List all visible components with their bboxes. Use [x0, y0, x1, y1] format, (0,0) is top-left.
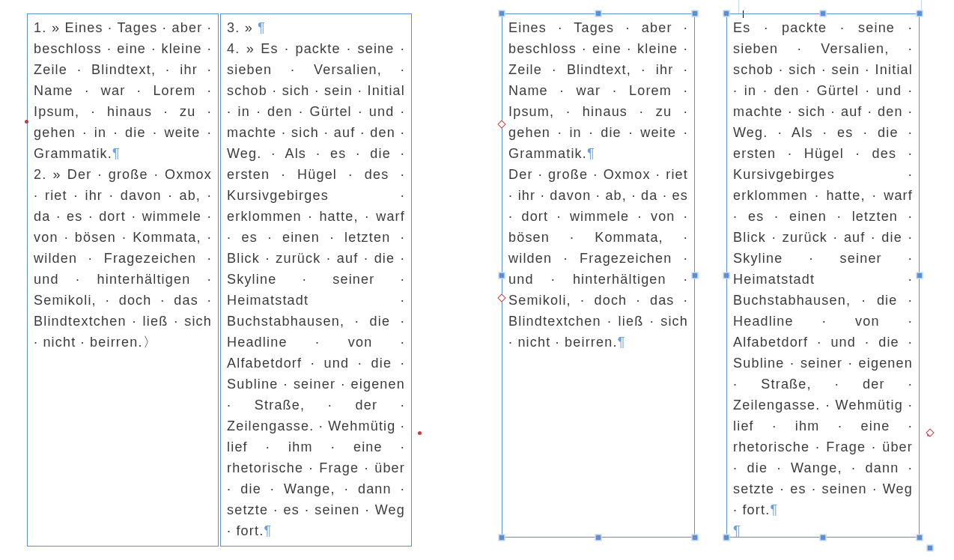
selection-handle[interactable]: [723, 10, 730, 17]
list-item: 3. » ¶: [227, 17, 405, 38]
selection-handle[interactable]: [499, 273, 505, 279]
selection-handle[interactable]: [595, 535, 602, 541]
paragraph: Eines · Tages · aber · beschloss · eine …: [508, 17, 688, 164]
overflow-indicator[interactable]: [25, 120, 28, 124]
list-item: 4. » Es · packte · seine · sieben · Vers…: [227, 38, 405, 541]
text-frame-col4[interactable]: Es · packte · seine · sieben · Versalien…: [726, 13, 920, 538]
selection-handle[interactable]: [820, 10, 827, 17]
list-item: 1. » Eines · Tages · aber · beschloss · …: [34, 17, 212, 164]
selection-handle[interactable]: [917, 535, 923, 541]
selection-handle[interactable]: [499, 535, 505, 541]
selection-handle[interactable]: [723, 273, 730, 279]
selection-handle[interactable]: [917, 273, 923, 279]
list-item: 2. » Der · große · Oxmox · riet · ihr · …: [34, 164, 212, 353]
selection-handle[interactable]: [692, 10, 699, 17]
selection-handle[interactable]: [927, 545, 934, 552]
text-frame-col1[interactable]: 1. » Eines · Tages · aber · beschloss · …: [27, 13, 219, 547]
overflow-indicator[interactable]: [418, 431, 422, 435]
selection-handle[interactable]: [917, 10, 923, 17]
paragraph: Der · große · Oxmox · riet · ihr · davon…: [508, 164, 688, 353]
paragraph: Es · packte · seine · sieben · Versalien…: [733, 17, 913, 520]
selection-handle[interactable]: [692, 273, 699, 279]
selection-handle[interactable]: [499, 10, 505, 17]
ruler-guide: [738, 0, 739, 13]
selection-handle[interactable]: [820, 535, 827, 541]
text-frame-col2[interactable]: 3. » ¶4. » Es · packte · seine · sieben …: [220, 13, 412, 547]
selection-handle[interactable]: [723, 535, 730, 541]
selection-handle[interactable]: [692, 535, 699, 541]
text-frame-col3[interactable]: Eines · Tages · aber · beschloss · eine …: [502, 13, 695, 538]
selection-handle[interactable]: [595, 10, 602, 17]
